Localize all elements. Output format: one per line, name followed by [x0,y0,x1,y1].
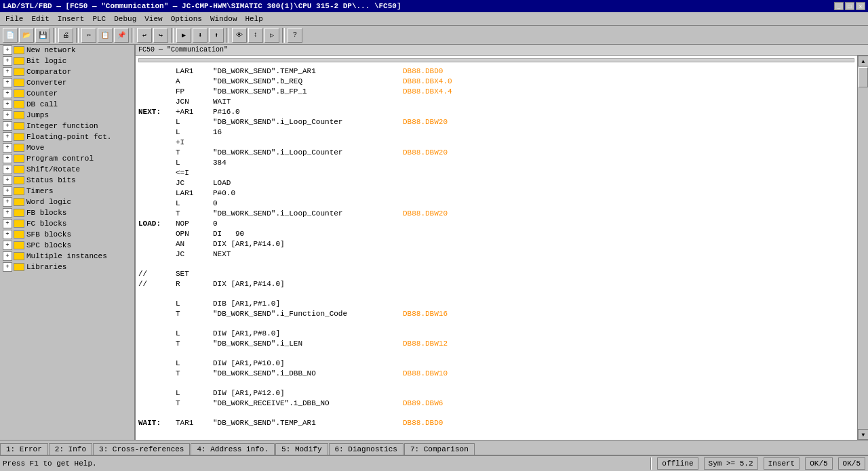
code-line: JCNWAIT [138,97,854,107]
scroll-track[interactable] [858,66,868,429]
sidebar-item-db-call[interactable]: +DB call [0,99,134,110]
expand-icon[interactable]: + [3,251,12,261]
tab-2[interactable]: 2: Info [49,443,92,455]
sidebar-item-fc-blocks[interactable]: +FC blocks [0,218,134,229]
code-comment: DB89.DBW6 [403,398,443,409]
close-btn[interactable]: ✕ [856,2,865,10]
menu-item-view[interactable]: View [140,14,166,24]
expand-icon[interactable]: + [3,219,12,228]
sidebar-item-new-network[interactable]: +New network [0,45,134,56]
menu-item-file[interactable]: File [1,14,27,24]
expand-icon[interactable]: + [3,100,12,109]
redo-btn[interactable]: ↪ [153,28,168,43]
scroll-thumb[interactable] [859,67,868,87]
open-btn[interactable]: 📂 [19,28,34,43]
expand-icon[interactable]: + [3,121,12,131]
tab-4[interactable]: 4: Address info. [191,443,275,455]
code-operand: "DB_WORK_SEND".TEMP_AR1 [213,66,403,77]
sidebar-item-fb-blocks[interactable]: +FB blocks [0,207,134,218]
expand-icon[interactable]: + [3,56,12,66]
expand-icon[interactable]: + [3,208,12,218]
folder-icon [14,198,24,206]
code-operand: LOAD [213,178,403,188]
expand-icon[interactable]: + [3,186,12,196]
menu-item-edit[interactable]: Edit [27,14,53,24]
sidebar-item-status-bits[interactable]: +Status bits [0,175,134,186]
expand-icon[interactable]: + [3,143,12,152]
sidebar-item-comparator[interactable]: +Comparator [0,66,134,77]
undo-btn[interactable]: ↩ [137,28,152,43]
sidebar-item-floating-point-fct[interactable]: +Floating-point fct. [0,131,134,142]
code-operand: 16 [213,127,403,138]
sidebar-item-timers[interactable]: +Timers [0,186,134,197]
cut-btn[interactable]: ✂ [81,28,96,43]
folder-icon [14,89,24,98]
code-line: T"DB_WORK_SEND".i_Loop_CounterDB88.DBW20 [138,209,854,219]
sidebar-item-program-control[interactable]: +Program control [0,153,134,164]
expand-icon[interactable]: + [3,110,12,120]
tab-5[interactable]: 5: Modify [275,443,328,455]
expand-icon[interactable]: + [3,67,12,77]
maximize-btn[interactable]: □ [845,2,854,10]
minimize-btn[interactable]: _ [834,2,844,10]
folder-icon [14,133,24,141]
tab-3[interactable]: 3: Cross-references [93,443,190,455]
print-btn[interactable]: 🖨 [58,28,73,43]
upload-btn[interactable]: ⬆ [209,28,224,43]
monitor-btn[interactable]: 👁 [232,28,247,43]
code-mnemonic: JCN [176,97,213,107]
code-operand: "DB_WORK_SEND".i_LEN [213,339,403,349]
run-btn[interactable]: ▷ [264,28,279,43]
sidebar-item-converter[interactable]: +Converter [0,77,134,88]
scroll-down-btn[interactable]: ▼ [858,429,868,440]
sidebar-item-multiple-instances[interactable]: +Multiple instances [0,251,134,262]
menu-item-debug[interactable]: Debug [110,14,140,24]
sidebar-item-jumps[interactable]: +Jumps [0,110,134,121]
expand-icon[interactable]: + [3,78,12,87]
expand-icon[interactable]: + [3,89,12,98]
new-btn[interactable]: 📄 [3,28,18,43]
sidebar-item-libraries[interactable]: +Libraries [0,262,134,272]
expand-icon[interactable]: + [3,241,12,250]
menu-item-window[interactable]: Window [206,14,241,24]
tab-6[interactable]: 6: Diagnostics [329,443,403,455]
sidebar-item-integer-function[interactable]: +Integer function [0,121,134,131]
expand-icon[interactable]: + [3,45,12,55]
expand-icon[interactable]: + [3,165,12,174]
menu-item-help[interactable]: Help [241,14,267,24]
expand-icon[interactable]: + [3,154,12,163]
sidebar-item-move[interactable]: +Move [0,142,134,153]
help-btn[interactable]: ? [288,28,302,43]
expand-icon[interactable]: + [3,262,12,272]
code-line: JCNEXT [138,249,854,260]
tab-7[interactable]: 7: Comparison [404,443,475,455]
scroll-up-btn[interactable]: ▲ [858,56,868,66]
menu-item-plc[interactable]: PLC [88,14,110,24]
sidebar-item-shiftrotate[interactable]: +Shift/Rotate [0,164,134,175]
sidebar-item-label: Timers [26,187,54,195]
vertical-scrollbar[interactable]: ▲ ▼ [857,56,868,440]
code-mnemonic: T [176,309,213,319]
compile-btn[interactable]: ▶ [176,28,191,43]
sidebar-item-spc-blocks[interactable]: +SPC blocks [0,240,134,251]
menu-item-insert[interactable]: Insert [54,14,89,24]
paste-btn[interactable]: 📌 [114,28,129,43]
code-mnemonic: LAR1 [176,188,213,199]
code-mnemonic: OPN [176,229,213,239]
download-btn[interactable]: ⬇ [193,28,208,43]
expand-icon[interactable]: + [3,132,12,142]
sidebar-item-counter[interactable]: +Counter [0,88,134,99]
save-btn[interactable]: 💾 [35,28,50,43]
code-editor[interactable]: LAR1"DB_WORK_SEND".TEMP_AR1DB88.DBD0A"DB… [136,56,857,440]
sidebar-item-word-logic[interactable]: +Word logic [0,197,134,207]
copy-btn[interactable]: 📋 [98,28,113,43]
expand-icon[interactable]: + [3,176,12,185]
step-btn[interactable]: ↕ [248,28,263,43]
sidebar-item-sfb-blocks[interactable]: +SFB blocks [0,229,134,240]
sidebar-item-bit-logic[interactable]: +Bit logic [0,56,134,66]
tab-1[interactable]: 1: Error [0,443,48,455]
menu-item-options[interactable]: Options [167,14,206,24]
expand-icon[interactable]: + [3,197,12,207]
expand-icon[interactable]: + [3,230,12,239]
code-operand: 384 [213,158,403,168]
